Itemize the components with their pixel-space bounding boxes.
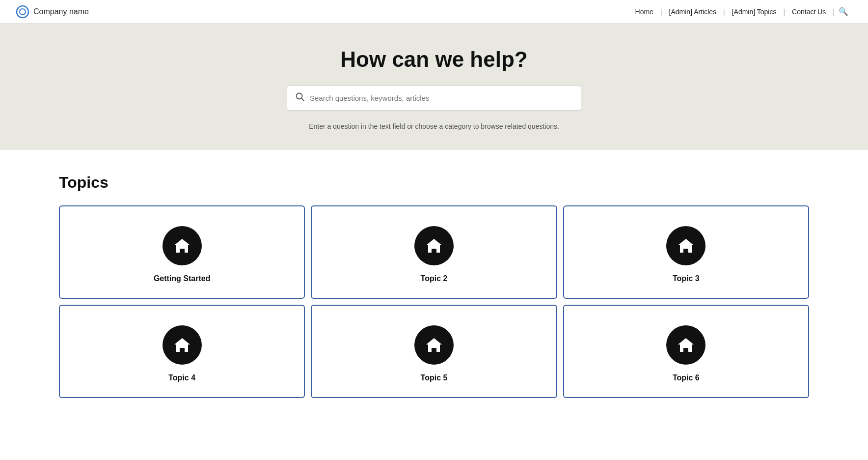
topic-card[interactable]: Topic 2 [311,205,557,299]
topic-card[interactable]: Topic 5 [311,305,557,398]
nav-admin-topics[interactable]: [Admin] Topics [725,8,784,16]
home-icon [676,335,696,355]
topics-grid: Getting Started Topic 2 Topic 3 Topic [59,205,809,398]
svg-line-3 [301,98,304,101]
hero-section: How can we help? Enter a question in the… [0,24,868,150]
logo[interactable]: Company name [16,5,89,19]
search-input[interactable] [310,94,573,102]
search-icon[interactable]: 🔍 [835,7,852,16]
logo-icon [16,5,29,19]
topic-icon-circle [414,325,454,365]
topic-icon-circle [414,226,454,265]
search-box [287,86,581,111]
topic-label: Topic 2 [421,274,448,283]
topic-label: Topic 6 [673,374,700,382]
hero-hint: Enter a question in the text field or ch… [10,122,858,130]
nav-home[interactable]: Home [628,8,660,16]
main-content: Topics Getting Started Topic 2 T [0,150,868,422]
topic-card[interactable]: Topic 4 [59,305,305,398]
home-icon [424,335,444,355]
svg-point-1 [20,9,26,15]
hero-title: How can we help? [10,47,858,72]
home-icon [424,235,444,256]
topic-label: Topic 3 [673,274,700,283]
topics-heading: Topics [59,173,809,192]
nav-contact-us[interactable]: Contact Us [785,8,833,16]
topic-card[interactable]: Getting Started [59,205,305,299]
home-icon [676,235,696,256]
home-icon [172,335,192,355]
nav-admin-articles[interactable]: [Admin] Articles [662,8,723,16]
topic-card[interactable]: Topic 6 [563,305,809,398]
topic-icon-circle [163,226,202,265]
header: Company name Home | [Admin] Articles | [… [0,0,868,24]
svg-point-0 [17,6,28,18]
company-name: Company name [33,7,89,16]
topic-icon-circle [666,226,705,265]
topic-icon-circle [666,325,705,365]
topic-label: Getting Started [154,274,211,283]
search-icon-hero [295,92,305,104]
topic-card[interactable]: Topic 3 [563,205,809,299]
nav: Home | [Admin] Articles | [Admin] Topics… [628,7,852,16]
topic-label: Topic 4 [168,374,195,382]
home-icon [172,235,192,256]
topic-label: Topic 5 [421,374,448,382]
topic-icon-circle [163,325,202,365]
